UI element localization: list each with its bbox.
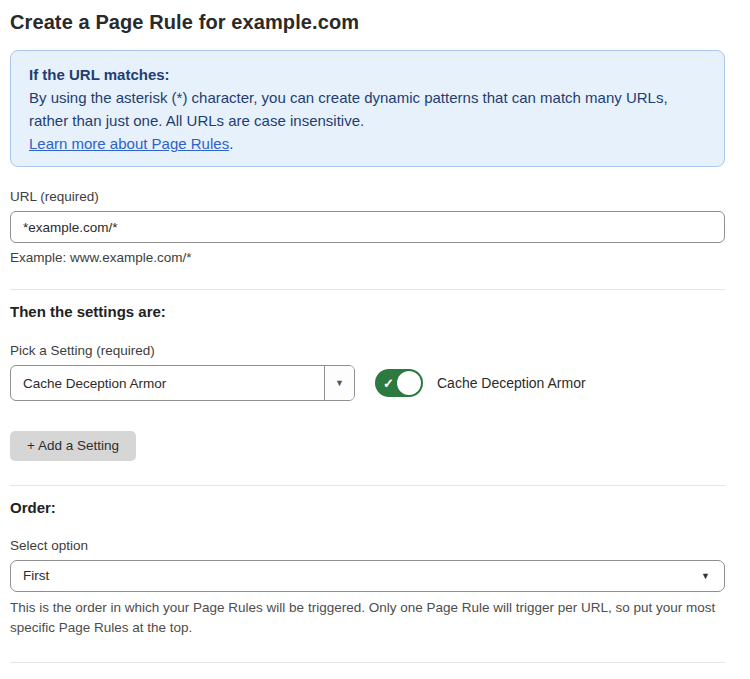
setting-select[interactable]: Cache Deception Armor ▼ xyxy=(10,365,355,401)
order-section-heading: Order: xyxy=(10,499,725,516)
page-title: Create a Page Rule for example.com xyxy=(10,11,725,34)
setting-select-arrow-button[interactable]: ▼ xyxy=(324,366,354,400)
check-icon: ✓ xyxy=(383,377,394,390)
add-setting-button[interactable]: + Add a Setting xyxy=(10,431,136,461)
link-suffix: . xyxy=(229,135,233,152)
divider xyxy=(10,485,725,486)
setting-toggle-label: Cache Deception Armor xyxy=(437,375,586,391)
settings-section-heading: Then the settings are: xyxy=(10,303,725,320)
info-box-link-line: Learn more about Page Rules. xyxy=(29,132,706,155)
divider xyxy=(10,289,725,290)
setting-row: Cache Deception Armor ▼ ✓ Cache Deceptio… xyxy=(10,365,725,401)
url-field-helper: Example: www.example.com/* xyxy=(10,250,725,265)
chevron-down-icon: ▼ xyxy=(335,378,344,388)
setting-picker-label: Pick a Setting (required) xyxy=(10,343,725,358)
order-select-label: Select option xyxy=(10,538,725,553)
toggle-knob xyxy=(397,371,421,395)
url-field-group: URL (required) Example: www.example.com/… xyxy=(10,189,725,265)
url-input[interactable] xyxy=(10,211,725,243)
setting-select-value: Cache Deception Armor xyxy=(11,366,324,400)
page-rule-form: Create a Page Rule for example.com If th… xyxy=(0,0,750,679)
info-box-body: By using the asterisk (*) character, you… xyxy=(29,86,706,132)
setting-toggle[interactable]: ✓ xyxy=(375,369,423,397)
setting-toggle-group: ✓ Cache Deception Armor xyxy=(375,365,586,401)
info-box-heading: If the URL matches: xyxy=(29,63,706,86)
divider xyxy=(10,662,725,663)
chevron-down-icon: ▼ xyxy=(701,571,710,581)
url-field-label: URL (required) xyxy=(10,189,725,204)
order-select-value: First xyxy=(23,568,49,583)
order-helper-text: This is the order in which your Page Rul… xyxy=(10,598,725,638)
learn-more-link[interactable]: Learn more about Page Rules xyxy=(29,135,229,152)
order-select[interactable]: First ▼ xyxy=(10,560,725,592)
url-match-info-box: If the URL matches: By using the asteris… xyxy=(10,50,725,167)
